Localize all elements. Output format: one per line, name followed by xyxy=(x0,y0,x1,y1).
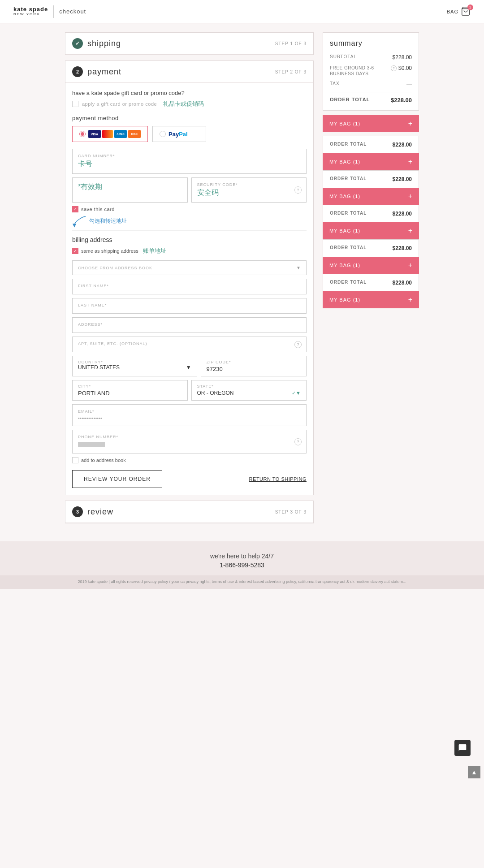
country-value-row: UNITED STATES ▼ xyxy=(78,364,191,371)
bag-button[interactable]: BAG 1 xyxy=(447,6,471,17)
expiry-zh: *有效期 xyxy=(78,183,102,190)
mybag-accordion-1[interactable]: MY BAG (1) + xyxy=(323,115,419,132)
mybag-accordion-3[interactable]: MY BAG (1) + xyxy=(323,188,419,205)
summary-mini-4: ORDER TOTAL $228.00 xyxy=(323,239,419,257)
phone-info-icon[interactable]: ? xyxy=(294,438,302,445)
mybag-accordion-6[interactable]: MY BAG (1) + xyxy=(323,291,419,308)
paypal-p1: Pay xyxy=(169,131,179,138)
payment-section: 2 payment STEP 2 OF 3 have a kate spade … xyxy=(65,60,314,495)
add-address-row[interactable]: add to address book xyxy=(72,457,307,463)
step3-number: 3 xyxy=(76,509,79,514)
promo-label-zh: 礼品卡或促销码 xyxy=(163,100,204,108)
tax-label: TAX xyxy=(330,81,406,86)
address-book-select[interactable]: CHOOSE FROM ADDRESS BOOK ▼ xyxy=(72,260,307,275)
annotation-save-text: 勾选和转运地址 xyxy=(89,217,127,225)
order-total-mini-row-5: ORDER TOTAL $228.00 xyxy=(330,280,412,286)
right-column: summary SUBTOTAL $228.00 FREE GROUND 3-6… xyxy=(323,32,419,308)
mybag-label-4: MY BAG (1) xyxy=(329,228,360,233)
step2-number: 2 xyxy=(76,69,79,74)
save-card-checkbox[interactable]: ✓ xyxy=(72,206,78,212)
promo-checkbox[interactable] xyxy=(72,101,78,107)
state-check-icon: ✓▼ xyxy=(292,390,301,396)
state-value-row: OR - OREGON ✓▼ xyxy=(197,390,301,396)
bag-count: 1 xyxy=(467,4,473,10)
address-label: ADDRESS* xyxy=(78,322,301,327)
promo-checkbox-row[interactable]: apply a gift card or promo code 礼品卡或促销码 xyxy=(72,100,307,108)
annotation-arrow-save xyxy=(70,214,88,228)
mybag-accordion-4[interactable]: MY BAG (1) + xyxy=(323,222,419,239)
summary-mini-5: ORDER TOTAL $228.00 xyxy=(323,274,419,291)
paypal-radio[interactable] xyxy=(160,131,166,137)
order-total-mini-value-2: $228.00 xyxy=(393,176,412,182)
city-field[interactable]: CITY* PORTLAND xyxy=(72,380,188,401)
billing-same-zh: 账单地址 xyxy=(143,247,166,255)
payment-method-title: payment method xyxy=(72,115,307,121)
order-total-mini-row-4: ORDER TOTAL $228.00 xyxy=(330,245,412,251)
review-title-wrap: 3 review xyxy=(72,506,113,517)
card-radio[interactable] xyxy=(79,131,86,137)
card-number-label: CARD NUMBER* xyxy=(78,154,301,158)
card-icons: VISA ●● AMEX DISC xyxy=(88,130,141,138)
save-card-row[interactable]: ✓ save this card xyxy=(72,206,307,212)
review-step-header: 3 review STEP 3 OF 3 xyxy=(65,501,313,523)
paypal-logo: PayPal xyxy=(169,131,188,138)
billing-same-row[interactable]: ✓ same as shipping address 账单地址 xyxy=(72,247,307,255)
apt-info-icon[interactable]: ? xyxy=(294,341,302,348)
bag-block-1: MY BAG (1) + xyxy=(323,115,419,132)
add-address-checkbox[interactable] xyxy=(72,457,78,463)
card-number-field[interactable]: CARD NUMBER* 卡号 xyxy=(72,149,307,174)
mybag-accordion-2[interactable]: MY BAG (1) + xyxy=(323,153,419,170)
state-field[interactable]: STATE* OR - OREGON ✓▼ xyxy=(191,380,307,401)
first-name-label: FIRST NAME* xyxy=(78,284,301,288)
mybag-label-5: MY BAG (1) xyxy=(329,263,360,268)
payment-step-header: 2 payment STEP 2 OF 3 xyxy=(65,61,313,83)
mybag-accordion-5[interactable]: MY BAG (1) + xyxy=(323,257,419,274)
security-info-icon[interactable]: ? xyxy=(294,186,302,194)
country-label: COUNTRY* xyxy=(78,360,191,364)
discover-icon: DISC xyxy=(128,130,141,138)
phone-placeholder xyxy=(78,442,105,447)
city-label: CITY* xyxy=(78,384,182,389)
payment-method-section: payment method VISA ●● AMEX DISC xyxy=(72,115,307,212)
review-order-button[interactable]: REVIEW YOUR ORDER xyxy=(72,470,162,488)
select-arrow-icon: ▼ xyxy=(296,265,301,270)
paypal-payment-option[interactable]: PayPal xyxy=(152,126,206,142)
shipping-info-icon[interactable]: ? xyxy=(391,65,397,71)
main-container: ✓ shipping STEP 1 OF 3 2 payment STEP 2 … xyxy=(58,23,426,532)
expiry-field[interactable]: *有效期 xyxy=(72,177,188,203)
state-value: OR - OREGON xyxy=(197,390,234,396)
payment-body: have a kate spade gift card or promo cod… xyxy=(65,83,313,495)
order-total-mini-value-3: $228.00 xyxy=(393,211,412,217)
order-total-label-1: ORDER TOTAL xyxy=(330,97,370,104)
brand-name: kate spade xyxy=(13,6,48,13)
header: kate spade NEW YORK checkout BAG 1 xyxy=(0,0,484,23)
shipping-value: $0.00 xyxy=(398,65,412,71)
zip-label: ZIP CODE* xyxy=(207,360,301,364)
brand-logo: kate spade NEW YORK xyxy=(13,6,48,17)
save-card-section: ✓ save this card xyxy=(72,206,307,212)
footer-help-text: we're here to help 24/7 xyxy=(9,553,475,560)
shipping-step-header: ✓ shipping STEP 1 OF 3 xyxy=(65,33,313,55)
apt-field[interactable]: APT, SUITE, ETC. (OPTIONAL) ? xyxy=(72,337,307,352)
address-field[interactable]: ADDRESS* xyxy=(72,317,307,333)
step2-circle: 2 xyxy=(72,66,83,77)
security-field[interactable]: SECURITY CODE* 安全码 ? xyxy=(191,177,307,203)
zip-field[interactable]: ZIP CODE* 97230 xyxy=(201,356,307,376)
country-field[interactable]: COUNTRY* UNITED STATES ▼ xyxy=(72,356,197,376)
country-zip-row: COUNTRY* UNITED STATES ▼ ZIP CODE* 97230 xyxy=(72,356,307,376)
order-total-mini-row-2: ORDER TOTAL $228.00 xyxy=(330,176,412,182)
billing-same-label: same as shipping address xyxy=(81,248,138,254)
phone-field[interactable]: PHONE NUMBER* ? xyxy=(72,430,307,453)
save-card-label: save this card xyxy=(81,207,115,212)
visa-icon: VISA xyxy=(88,130,101,138)
last-name-field[interactable]: LAST NAME* xyxy=(72,298,307,314)
summary-mini-1: ORDER TOTAL $228.00 xyxy=(323,136,419,153)
billing-same-checkbox[interactable]: ✓ xyxy=(72,248,78,254)
card-payment-option[interactable]: VISA ●● AMEX DISC xyxy=(72,126,148,142)
first-name-field[interactable]: FIRST NAME* xyxy=(72,279,307,294)
summary-divider-1 xyxy=(330,92,412,92)
return-shipping-button[interactable]: RETURN TO SHIPPING xyxy=(249,476,307,482)
country-arrow-icon: ▼ xyxy=(186,364,191,371)
step1-circle: ✓ xyxy=(72,38,83,49)
email-field[interactable]: EMAIL* •••••••••••••• xyxy=(72,404,307,426)
